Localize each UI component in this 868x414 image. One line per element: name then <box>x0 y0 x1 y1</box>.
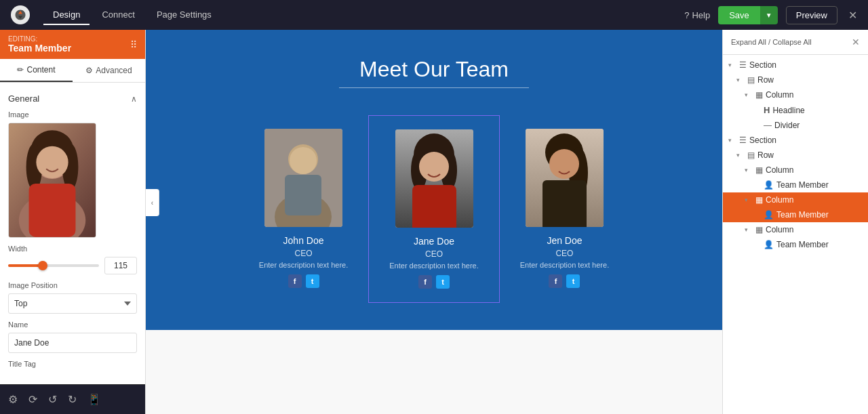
row2-icon: ▤ <box>747 150 755 160</box>
editing-title-text: Team Member <box>8 43 71 54</box>
app-logo[interactable] <box>11 5 30 24</box>
headline-icon: H <box>764 105 770 115</box>
close-button[interactable]: ✕ <box>848 9 857 22</box>
nav-tabs: Design Connect Page Settings <box>43 5 221 25</box>
jen-role: CEO <box>520 249 609 258</box>
tree-container: ▾ ☰ Section ▾ ▤ Row ▾ ▦ Column H Headlin… <box>723 55 868 414</box>
image-label: Image <box>8 110 137 119</box>
blue-section: Meet Our Team <box>146 30 722 330</box>
tab-advanced[interactable]: ⚙ Advanced <box>73 59 145 82</box>
tm1-label: Team Member <box>776 180 863 190</box>
general-title: General <box>8 94 39 104</box>
right-panel: Expand All / Collapse All ✕ ▾ ☰ Section … <box>722 30 868 414</box>
device-icon[interactable]: 📱 <box>87 393 101 406</box>
jen-facebook-icon[interactable]: f <box>549 274 562 288</box>
width-slider[interactable] <box>8 264 99 267</box>
nav-right: ? Help Save ▼ Preview ✕ <box>684 6 857 24</box>
divider-icon: — <box>764 121 772 130</box>
general-chevron[interactable]: ∧ <box>131 94 137 104</box>
panel-body: General ∧ Image <box>0 83 145 384</box>
tree-section1[interactable]: ▾ ☰ Section <box>723 58 868 73</box>
jane-twitter-icon[interactable]: t <box>436 275 450 289</box>
jen-social: f t <box>520 274 609 288</box>
john-facebook-icon[interactable]: f <box>288 274 302 288</box>
jen-twitter-icon[interactable]: t <box>566 274 580 288</box>
col1-label: Column <box>766 90 863 100</box>
meet-team-divider <box>339 87 529 88</box>
panel-collapse-toggle[interactable]: ‹ <box>146 189 159 216</box>
jane-facebook-icon[interactable]: f <box>418 275 432 289</box>
team-member-john[interactable]: John Doe CEO Enter description text here… <box>239 115 368 303</box>
jane-role: CEO <box>389 249 478 259</box>
image-preview-inner <box>9 123 96 237</box>
nav-tab-design[interactable]: Design <box>43 5 90 25</box>
jen-desc: Enter description text here. <box>520 261 609 269</box>
tree-divider[interactable]: — Divider <box>723 118 868 133</box>
editing-label: EDITING: <box>8 35 71 43</box>
slider-track <box>8 264 99 267</box>
john-role: CEO <box>259 249 348 258</box>
title-tag-label: Title Tag <box>8 360 137 368</box>
tm2-icon: 👤 <box>764 210 774 220</box>
help-button[interactable]: ? Help <box>684 10 710 20</box>
jane-desc: Enter description text here. <box>389 262 478 270</box>
tm3-label: Team Member <box>776 240 863 249</box>
tree-section2[interactable]: ▾ ☰ Section <box>723 133 868 148</box>
panel-tabs: ✏ Content ⚙ Advanced <box>0 59 145 83</box>
image-position-select[interactable]: Top Left Right Bottom <box>8 293 137 314</box>
slider-fill <box>8 264 40 267</box>
history-icon[interactable]: ⟳ <box>28 393 37 406</box>
svg-rect-20 <box>412 185 456 228</box>
headline-label: Headline <box>772 106 863 115</box>
slider-thumb[interactable] <box>38 261 47 270</box>
expand-collapse-label[interactable]: Expand All / Collapse All <box>731 38 812 46</box>
col3-icon: ▦ <box>755 195 763 205</box>
jane-social: f t <box>389 275 478 289</box>
width-row <box>8 257 137 274</box>
jen-name: Jen Doe <box>520 235 609 246</box>
preview-button[interactable]: Preview <box>786 6 837 24</box>
settings-icon[interactable]: ⚙ <box>8 393 18 406</box>
jane-name: Jane Doe <box>389 236 478 247</box>
save-dropdown-button[interactable]: ▼ <box>760 6 778 24</box>
team-members: John Doe CEO Enter description text here… <box>159 115 709 303</box>
tree-headline[interactable]: H Headline <box>723 102 868 118</box>
redo-icon[interactable]: ↻ <box>68 393 77 406</box>
save-button[interactable]: Save <box>718 6 760 24</box>
svg-point-13 <box>290 147 317 174</box>
tree-tm2[interactable]: 👤 Team Member <box>723 207 868 222</box>
chevron-col3: ▾ <box>745 196 753 203</box>
row2-label: Row <box>757 150 863 160</box>
width-label: Width <box>8 245 137 253</box>
tree-tm3[interactable]: 👤 Team Member <box>723 237 868 252</box>
chevron-col2: ▾ <box>745 167 753 173</box>
left-panel: EDITING: Team Member ⠿ ✏ Content ⚙ Advan… <box>0 30 146 414</box>
tree-row1[interactable]: ▾ ▤ Row <box>723 73 868 87</box>
divider-label: Divider <box>774 121 863 130</box>
image-preview[interactable] <box>8 123 96 238</box>
team-member-jen[interactable]: Jen Doe CEO Enter description text here.… <box>500 115 629 303</box>
undo-icon[interactable]: ↺ <box>48 393 57 406</box>
tab-content[interactable]: ✏ Content <box>0 59 73 82</box>
grid-icon[interactable]: ⠿ <box>130 39 137 50</box>
john-twitter-icon[interactable]: t <box>306 274 319 288</box>
chevron-col1: ▾ <box>745 91 753 98</box>
name-input[interactable] <box>8 333 137 353</box>
tree-tm1[interactable]: 👤 Team Member <box>723 178 868 192</box>
tree-col2[interactable]: ▾ ▦ Column <box>723 163 868 178</box>
tree-row2[interactable]: ▾ ▤ Row <box>723 148 868 163</box>
right-panel-close[interactable]: ✕ <box>852 37 860 47</box>
tm3-icon: 👤 <box>764 240 774 249</box>
team-member-jane[interactable]: Jane Doe CEO Enter description text here… <box>368 115 499 303</box>
col2-label: Column <box>766 165 863 175</box>
width-input[interactable] <box>104 257 137 274</box>
tree-col1[interactable]: ▾ ▦ Column <box>723 87 868 102</box>
chevron-row2: ▾ <box>736 152 745 159</box>
nav-tab-page-settings[interactable]: Page Settings <box>147 5 221 25</box>
tree-col4[interactable]: ▾ ▦ Column <box>723 222 868 237</box>
nav-tab-connect[interactable]: Connect <box>92 5 144 25</box>
tree-col3[interactable]: ▾ ▦ Column <box>723 192 868 207</box>
chevron-section1: ▾ <box>728 62 736 68</box>
meet-team-title: Meet Our Team <box>159 57 709 82</box>
chevron-col4: ▾ <box>745 226 753 233</box>
